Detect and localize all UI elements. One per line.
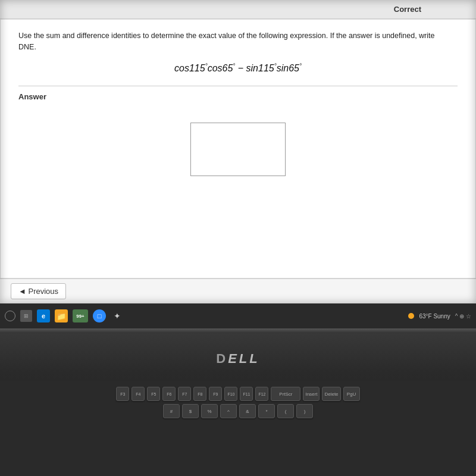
answer-section: Answer [18, 86, 458, 271]
previous-button[interactable]: ◄ Previous [11, 283, 66, 299]
delete-key[interactable]: Delete [322, 387, 340, 401]
hash-key[interactable]: # [163, 404, 180, 418]
f6-key[interactable]: F6 [162, 387, 176, 401]
f12-key[interactable]: F12 [255, 387, 268, 401]
ampersand-key[interactable]: & [239, 404, 256, 418]
answer-label: Answer [18, 92, 458, 101]
caret-key[interactable]: ^ [220, 404, 237, 418]
insert-key[interactable]: Insert [303, 387, 320, 401]
widgets-icon[interactable]: ⊞ [20, 310, 32, 322]
question-instruction: Use the sum and difference identities to… [18, 30, 458, 53]
dollar-key[interactable]: $ [182, 404, 199, 418]
f8-key[interactable]: F8 [193, 387, 206, 401]
answer-input-area [18, 111, 458, 271]
correct-badge: Correct [394, 5, 421, 14]
laptop-hinge [0, 328, 476, 333]
dell-logo: DELL [216, 351, 259, 367]
navigation-bar: ◄ Previous [0, 278, 476, 303]
f7-key[interactable]: F7 [178, 387, 191, 401]
weather-text: 63°F Sunny [419, 313, 450, 320]
answer-input-box[interactable] [190, 123, 286, 176]
pgup-key[interactable]: PgU [343, 387, 360, 401]
main-content: Use the sum and difference identities to… [0, 19, 476, 278]
taskbar: ⊞ e 📁 99+ □ ✦ 63°F Sunny ^ ⊕ ☆ [0, 303, 476, 328]
zoom-icon[interactable]: □ [93, 309, 106, 322]
symbol-key-row: # $ % ^ & * ( ) [163, 404, 313, 418]
edge-browser-icon[interactable]: e [37, 309, 50, 322]
f10-key[interactable]: F10 [224, 387, 237, 401]
f5-key[interactable]: F5 [147, 387, 160, 401]
f3-key[interactable]: F3 [116, 387, 129, 401]
app-99-icon[interactable]: 99+ [73, 309, 88, 322]
folder-icon[interactable]: 📁 [55, 309, 68, 322]
open-paren-key[interactable]: ( [277, 404, 294, 418]
keyboard-area: F3 F4 F5 F6 F7 F8 F9 F10 F11 F12 PrtScr … [0, 381, 476, 476]
prtscr-key[interactable]: PrtScr [271, 387, 300, 401]
asterisk-key[interactable]: * [258, 404, 275, 418]
star-icon[interactable]: ✦ [111, 309, 124, 322]
weather-icon [408, 313, 414, 319]
search-icon[interactable] [5, 311, 15, 321]
f9-key[interactable]: F9 [209, 387, 222, 401]
function-key-row: F3 F4 F5 F6 F7 F8 F9 F10 F11 F12 PrtScr … [116, 387, 359, 401]
taskbar-left: ⊞ e 📁 99+ □ ✦ [5, 309, 124, 322]
math-expression: cos115°cos65° − sin115°sin65° [18, 62, 458, 74]
close-paren-key[interactable]: ) [296, 404, 313, 418]
taskbar-right: 63°F Sunny ^ ⊕ ☆ [408, 313, 471, 320]
browser-toolbar: Correct [0, 0, 476, 19]
f11-key[interactable]: F11 [240, 387, 253, 401]
system-icons: ^ ⊕ ☆ [455, 313, 471, 320]
f4-key[interactable]: F4 [131, 387, 145, 401]
percent-key[interactable]: % [201, 404, 218, 418]
